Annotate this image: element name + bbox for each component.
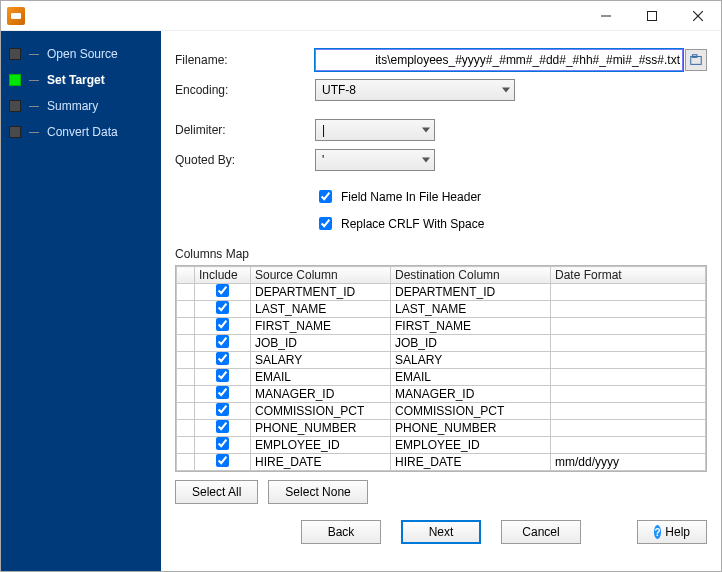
header-include[interactable]: Include (195, 267, 251, 284)
wizard-sidebar: Open SourceSet TargetSummaryConvert Data (1, 31, 161, 571)
table-row[interactable]: JOB_IDJOB_ID (177, 335, 706, 352)
field-name-header-checkbox[interactable] (319, 190, 332, 203)
date-format-cell[interactable] (551, 386, 706, 403)
include-checkbox[interactable] (216, 335, 229, 348)
source-column-cell[interactable]: HIRE_DATE (251, 454, 391, 471)
destination-column-cell[interactable]: HIRE_DATE (391, 454, 551, 471)
encoding-select[interactable]: UTF-8 (315, 79, 515, 101)
include-checkbox[interactable] (216, 437, 229, 450)
columns-map-grid[interactable]: Include Source Column Destination Column… (175, 265, 707, 472)
table-row[interactable]: EMAILEMAIL (177, 369, 706, 386)
include-checkbox[interactable] (216, 284, 229, 297)
header-destination[interactable]: Destination Column (391, 267, 551, 284)
row-handle[interactable] (177, 352, 195, 369)
date-format-cell[interactable] (551, 284, 706, 301)
include-checkbox[interactable] (216, 301, 229, 314)
close-button[interactable] (675, 1, 721, 31)
destination-column-cell[interactable]: FIRST_NAME (391, 318, 551, 335)
row-handle[interactable] (177, 437, 195, 454)
table-row[interactable]: FIRST_NAMEFIRST_NAME (177, 318, 706, 335)
minimize-button[interactable] (583, 1, 629, 31)
header-source[interactable]: Source Column (251, 267, 391, 284)
destination-column-cell[interactable]: EMAIL (391, 369, 551, 386)
source-column-cell[interactable]: EMPLOYEE_ID (251, 437, 391, 454)
next-button[interactable]: Next (401, 520, 481, 544)
replace-crlf-checkbox[interactable] (319, 217, 332, 230)
date-format-cell[interactable] (551, 369, 706, 386)
destination-column-cell[interactable]: PHONE_NUMBER (391, 420, 551, 437)
date-format-cell[interactable] (551, 352, 706, 369)
sidebar-step-label: Summary (47, 99, 98, 113)
include-checkbox[interactable] (216, 318, 229, 331)
filename-input[interactable] (315, 49, 683, 71)
sidebar-step-label: Open Source (47, 47, 118, 61)
table-row[interactable]: PHONE_NUMBERPHONE_NUMBER (177, 420, 706, 437)
include-checkbox[interactable] (216, 420, 229, 433)
date-format-cell[interactable] (551, 420, 706, 437)
table-row[interactable]: HIRE_DATEHIRE_DATEmm/dd/yyyy (177, 454, 706, 471)
row-handle[interactable] (177, 403, 195, 420)
header-date-format[interactable]: Date Format (551, 267, 706, 284)
row-handle[interactable] (177, 369, 195, 386)
include-checkbox[interactable] (216, 386, 229, 399)
include-checkbox[interactable] (216, 403, 229, 416)
row-handle[interactable] (177, 454, 195, 471)
table-row[interactable]: MANAGER_IDMANAGER_ID (177, 386, 706, 403)
source-column-cell[interactable]: DEPARTMENT_ID (251, 284, 391, 301)
row-handle[interactable] (177, 318, 195, 335)
sidebar-step-summary[interactable]: Summary (1, 93, 161, 119)
sidebar-step-open-source[interactable]: Open Source (1, 41, 161, 67)
source-column-cell[interactable]: PHONE_NUMBER (251, 420, 391, 437)
table-row[interactable]: DEPARTMENT_IDDEPARTMENT_ID (177, 284, 706, 301)
source-column-cell[interactable]: JOB_ID (251, 335, 391, 352)
row-handle[interactable] (177, 386, 195, 403)
source-column-cell[interactable]: FIRST_NAME (251, 318, 391, 335)
select-all-button[interactable]: Select All (175, 480, 258, 504)
maximize-button[interactable] (629, 1, 675, 31)
include-checkbox[interactable] (216, 352, 229, 365)
row-handle[interactable] (177, 420, 195, 437)
filename-label: Filename: (175, 53, 315, 67)
app-icon (7, 7, 25, 25)
sidebar-step-label: Set Target (47, 73, 105, 87)
destination-column-cell[interactable]: JOB_ID (391, 335, 551, 352)
field-name-header-label: Field Name In File Header (341, 190, 481, 204)
help-button[interactable]: ? Help (637, 520, 707, 544)
source-column-cell[interactable]: EMAIL (251, 369, 391, 386)
source-column-cell[interactable]: MANAGER_ID (251, 386, 391, 403)
date-format-cell[interactable] (551, 403, 706, 420)
destination-column-cell[interactable]: SALARY (391, 352, 551, 369)
destination-column-cell[interactable]: LAST_NAME (391, 301, 551, 318)
quoted-by-select[interactable]: ' (315, 149, 435, 171)
destination-column-cell[interactable]: COMMISSION_PCT (391, 403, 551, 420)
date-format-cell[interactable] (551, 318, 706, 335)
date-format-cell[interactable] (551, 437, 706, 454)
row-handle[interactable] (177, 335, 195, 352)
include-checkbox[interactable] (216, 454, 229, 467)
source-column-cell[interactable]: COMMISSION_PCT (251, 403, 391, 420)
date-format-cell[interactable] (551, 335, 706, 352)
back-button[interactable]: Back (301, 520, 381, 544)
include-checkbox[interactable] (216, 369, 229, 382)
source-column-cell[interactable]: SALARY (251, 352, 391, 369)
date-format-cell[interactable]: mm/dd/yyyy (551, 454, 706, 471)
select-none-button[interactable]: Select None (268, 480, 367, 504)
source-column-cell[interactable]: LAST_NAME (251, 301, 391, 318)
sidebar-step-set-target[interactable]: Set Target (1, 67, 161, 93)
destination-column-cell[interactable]: EMPLOYEE_ID (391, 437, 551, 454)
table-row[interactable]: COMMISSION_PCTCOMMISSION_PCT (177, 403, 706, 420)
table-row[interactable]: LAST_NAMELAST_NAME (177, 301, 706, 318)
sidebar-step-convert-data[interactable]: Convert Data (1, 119, 161, 145)
destination-column-cell[interactable]: MANAGER_ID (391, 386, 551, 403)
date-format-cell[interactable] (551, 301, 706, 318)
destination-column-cell[interactable]: DEPARTMENT_ID (391, 284, 551, 301)
quoted-by-value: ' (322, 153, 324, 167)
table-row[interactable]: EMPLOYEE_IDEMPLOYEE_ID (177, 437, 706, 454)
row-handle[interactable] (177, 301, 195, 318)
browse-button[interactable] (685, 49, 707, 71)
delimiter-label: Delimiter: (175, 123, 315, 137)
row-handle[interactable] (177, 284, 195, 301)
delimiter-select[interactable]: | (315, 119, 435, 141)
cancel-button[interactable]: Cancel (501, 520, 581, 544)
table-row[interactable]: SALARYSALARY (177, 352, 706, 369)
